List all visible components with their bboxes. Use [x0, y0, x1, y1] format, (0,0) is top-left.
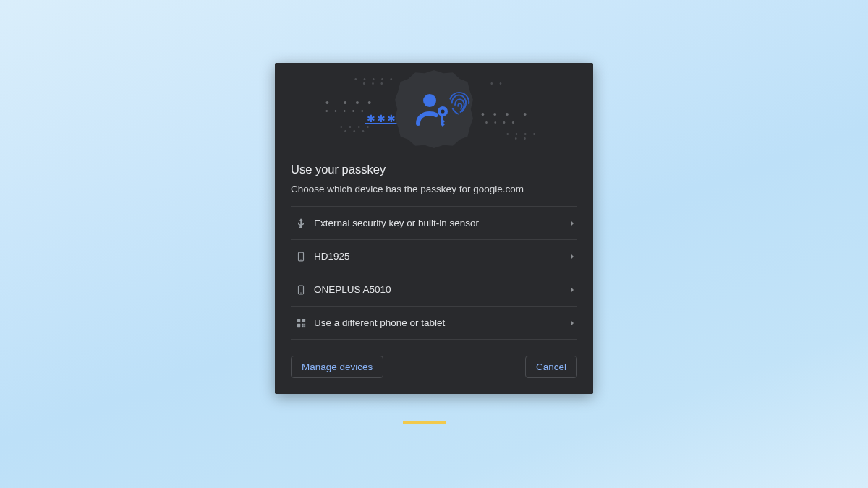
password-asterisks-icon: ✱✱✱: [365, 115, 397, 124]
hero-illustration: • • • • • • • • • • • • • • • • • • • • …: [275, 63, 593, 155]
decorative-dots: • • • • • • • •: [354, 77, 395, 86]
decorative-dots: • • • • • • • • •: [326, 100, 374, 114]
dialog-title: Use your passkey: [291, 163, 577, 176]
svg-rect-8: [302, 319, 305, 322]
device-list: External security key or built-in sensor…: [291, 206, 577, 340]
option-different-device[interactable]: Use a different phone or tablet: [291, 307, 577, 340]
option-label: External security key or built-in sensor: [311, 218, 569, 228]
passkey-dialog: • • • • • • • • • • • • • • • • • • • • …: [275, 63, 593, 394]
svg-point-2: [441, 109, 444, 113]
option-device-oneplus[interactable]: ONEPLUS A5010: [291, 273, 577, 307]
dialog-header: Use your passkey Choose which device has…: [275, 155, 593, 194]
decorative-dots: • • • • • • • •: [481, 112, 529, 125]
phone-icon: [291, 251, 311, 262]
svg-point-0: [423, 94, 436, 107]
decorative-underline: [403, 421, 446, 424]
option-device-hd1925[interactable]: HD1925: [291, 240, 577, 273]
option-label: Use a different phone or tablet: [311, 317, 569, 328]
decorative-dots: • • • • • • •: [340, 125, 371, 134]
svg-rect-12: [302, 325, 303, 327]
dialog-footer: Manage devices Cancel: [275, 340, 593, 394]
cancel-button[interactable]: Cancel: [525, 356, 577, 378]
decorative-dots: • •: [490, 82, 504, 86]
svg-rect-7: [297, 319, 299, 322]
option-label: ONEPLUS A5010: [311, 284, 569, 295]
chevron-right-icon: [569, 220, 577, 227]
dialog-subtitle: Choose which device has the passkey for …: [291, 184, 577, 194]
svg-rect-13: [304, 324, 305, 325]
qr-icon: [291, 317, 311, 328]
chevron-right-icon: [569, 253, 577, 260]
manage-devices-button[interactable]: Manage devices: [291, 356, 383, 378]
svg-rect-9: [297, 324, 299, 327]
option-label: HD1925: [311, 251, 569, 262]
option-external-key[interactable]: External security key or built-in sensor: [291, 207, 577, 240]
decorative-dots: • • • • • •: [506, 132, 537, 141]
chevron-right-icon: [569, 320, 577, 327]
svg-rect-11: [304, 325, 305, 327]
svg-rect-10: [302, 324, 303, 325]
usb-icon: [291, 218, 311, 229]
phone-icon: [291, 284, 311, 296]
chevron-right-icon: [569, 286, 577, 294]
